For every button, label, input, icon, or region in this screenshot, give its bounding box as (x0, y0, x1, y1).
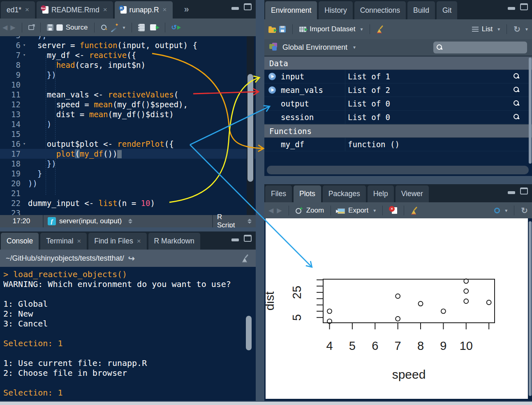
fold-icon[interactable]: ▾ (21, 40, 28, 50)
find-replace-icon[interactable] (101, 24, 107, 31)
remove-plot-icon[interactable] (392, 207, 397, 214)
minimize-pane-icon[interactable] (231, 3, 240, 10)
maximize-pane-icon[interactable] (520, 187, 528, 194)
publish-dropdown-icon[interactable]: ▾ (505, 208, 507, 213)
load-workspace-icon[interactable] (268, 28, 276, 33)
tab-label: History (324, 6, 347, 15)
import-dataset-dropdown-icon[interactable]: ▾ (361, 26, 363, 32)
plots-tab-help[interactable]: Help (368, 185, 394, 202)
console-tab-console[interactable]: Console (1, 233, 39, 250)
fold-icon[interactable]: ▾ (21, 139, 28, 149)
zoom-plot-icon[interactable] (296, 207, 303, 214)
next-plot-icon[interactable]: ▶ (277, 206, 282, 214)
back-icon[interactable]: ◀ (2, 23, 7, 31)
object-row-mean_vals[interactable]: mean_valsList of 2 (264, 83, 532, 97)
expand-object-icon[interactable] (268, 73, 276, 80)
import-dataset-icon[interactable] (299, 26, 306, 32)
minimize-pane-icon[interactable] (507, 3, 516, 10)
popout-window-icon[interactable] (28, 25, 34, 30)
previous-plot-icon[interactable]: ◀ (268, 206, 273, 214)
clear-plots-icon[interactable] (411, 206, 419, 215)
refresh-plot-icon[interactable]: ↻ (521, 206, 528, 215)
goto-directory-icon[interactable]: ↪ (128, 254, 135, 263)
console-line (3, 289, 256, 299)
svg-text:10: 10 (460, 339, 473, 352)
save-icon[interactable] (47, 24, 53, 31)
compile-notebook-icon[interactable] (138, 24, 145, 31)
maximize-pane-icon[interactable] (244, 3, 252, 10)
environment-scope-label[interactable]: Global Environment (282, 43, 347, 52)
code-line-18: 18 }) (0, 159, 256, 169)
environment-tab-git[interactable]: Git (437, 1, 457, 19)
environment-search-input[interactable] (433, 42, 527, 53)
console-tab-terminal[interactable]: Terminal× (40, 233, 87, 250)
fold-icon[interactable]: ▾ (21, 50, 28, 60)
minimize-pane-icon[interactable] (231, 235, 240, 242)
export-plot-icon[interactable] (338, 208, 345, 214)
inspect-object-icon[interactable] (513, 73, 520, 79)
inspect-object-icon[interactable] (513, 113, 520, 120)
refresh-environment-icon[interactable]: ↻ (513, 25, 520, 33)
maximize-pane-icon[interactable] (244, 235, 252, 242)
editor-tab-ed1-[interactable]: ed1*× (1, 1, 35, 19)
environment-tab-environment[interactable]: Environment (265, 1, 317, 19)
list-view-icon[interactable] (472, 27, 479, 32)
environment-scrollbar[interactable] (529, 58, 532, 164)
environment-tab-history[interactable]: History (319, 1, 352, 19)
code-tools-dropdown-icon[interactable]: ▾ (123, 25, 125, 30)
object-row-my_df[interactable]: my_dffunction () (264, 138, 532, 151)
plots-tab-files[interactable]: Files (265, 185, 292, 202)
console-scrollbar-thumb[interactable] (246, 316, 252, 350)
editor-tab-runapp-r[interactable]: Rrunapp.R× (115, 1, 173, 19)
environment-tab-connections[interactable]: Connections (354, 1, 406, 19)
clear-environment-icon[interactable] (377, 25, 385, 33)
cursor-position[interactable]: 17:20 (0, 215, 43, 227)
plots-tab-plots[interactable]: Plots (294, 185, 321, 202)
close-tab-icon[interactable]: × (137, 237, 141, 245)
list-view-dropdown-icon[interactable]: ▾ (497, 26, 500, 32)
close-tab-icon[interactable]: × (163, 6, 167, 14)
run-icon[interactable] (150, 24, 156, 30)
publish-icon[interactable] (494, 208, 500, 213)
forward-icon[interactable]: ▶ (10, 23, 15, 31)
editor-tab-readme-rmd[interactable]: RmdREADME.Rmd× (37, 1, 113, 19)
list-view-label[interactable]: List (482, 25, 493, 33)
plots-tab-packages[interactable]: Packages (323, 185, 366, 202)
console-tab-find-in-files[interactable]: Find in Files× (88, 233, 146, 250)
close-tab-icon[interactable]: × (77, 237, 81, 245)
import-dataset-label[interactable]: Import Dataset (310, 25, 356, 33)
more-tabs-chevron-icon[interactable]: » (184, 0, 189, 19)
environment-hscrollbar[interactable] (267, 166, 529, 174)
expand-object-icon[interactable] (268, 86, 276, 94)
object-row-input[interactable]: inputList of 1 (264, 70, 532, 83)
code-editor[interactable]: 5 ),6▾ server = function(input, output) … (0, 36, 256, 215)
editor-scrollbar-thumb[interactable] (247, 74, 253, 182)
clear-console-icon[interactable] (242, 254, 250, 262)
export-label[interactable]: Export (348, 206, 368, 215)
object-row-output[interactable]: outputList of 0 (264, 97, 532, 111)
svg-text:speed: speed (392, 368, 426, 381)
rerun-icon[interactable]: ↺ (171, 23, 181, 31)
source-on-save-checkbox[interactable] (56, 24, 63, 31)
save-workspace-icon[interactable] (279, 26, 286, 32)
inspect-object-icon[interactable] (513, 86, 520, 93)
zoom-label[interactable]: Zoom (306, 206, 324, 215)
plots-tabs: FilesPlotsPackagesHelpViewer (264, 184, 430, 202)
refresh-dropdown-icon[interactable]: ▾ (525, 26, 528, 32)
export-dropdown-icon[interactable]: ▾ (373, 208, 376, 213)
minimize-pane-icon[interactable] (507, 187, 516, 194)
function-scope-selector[interactable]: f server(input, output) (44, 215, 212, 227)
code-tools-icon[interactable] (110, 23, 118, 32)
plots-scrollbar[interactable] (529, 221, 532, 396)
close-tab-icon[interactable]: × (25, 6, 29, 14)
plots-tab-viewer[interactable]: Viewer (396, 185, 429, 202)
console-output[interactable]: > load_reactive_objects()WARNING: Which … (0, 267, 256, 401)
console-tab-r-markdown[interactable]: R Markdown (148, 233, 200, 250)
scope-dropdown-icon[interactable]: ▾ (353, 44, 356, 50)
close-tab-icon[interactable]: × (103, 6, 107, 14)
object-row-session[interactable]: sessionList of 0 (264, 111, 532, 124)
maximize-pane-icon[interactable] (520, 3, 528, 10)
file-type-selector[interactable]: R Script (213, 215, 256, 227)
environment-tab-build[interactable]: Build (407, 1, 435, 19)
inspect-object-icon[interactable] (513, 100, 520, 106)
